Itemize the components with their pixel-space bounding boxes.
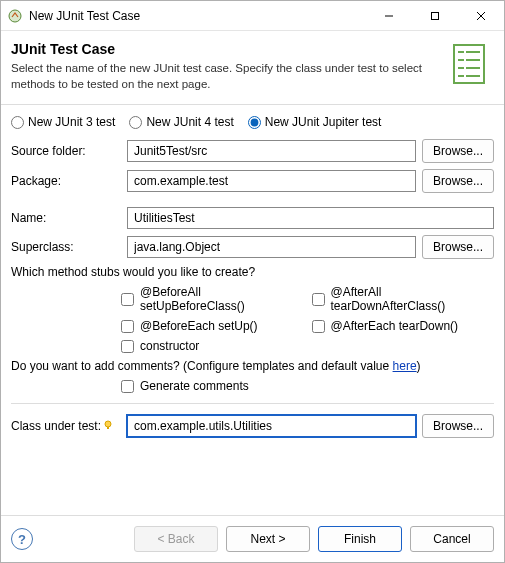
banner-heading: JUnit Test Case [11, 41, 442, 57]
label-superclass: Superclass: [11, 240, 121, 254]
close-button[interactable] [458, 1, 504, 31]
lightbulb-icon [103, 419, 113, 433]
wizard-icon [448, 41, 494, 87]
radio-junit3-input[interactable] [11, 116, 24, 129]
browse-class-under-test-button[interactable]: Browse... [422, 414, 494, 438]
label-class-under-test: Class under test: [11, 419, 121, 433]
chk-generate-comments[interactable]: Generate comments [121, 379, 494, 393]
help-button[interactable]: ? [11, 528, 33, 550]
chk-constructor[interactable]: constructor [121, 339, 494, 353]
svg-point-14 [105, 421, 111, 427]
radio-jupiter[interactable]: New JUnit Jupiter test [248, 115, 382, 129]
label-name: Name: [11, 211, 121, 225]
source-folder-input[interactable] [127, 140, 416, 162]
radio-junit4-input[interactable] [129, 116, 142, 129]
svg-rect-6 [458, 51, 464, 53]
label-package: Package: [11, 174, 121, 188]
radio-junit4[interactable]: New JUnit 4 test [129, 115, 233, 129]
finish-button[interactable]: Finish [318, 526, 402, 552]
button-bar: ? < Back Next > Finish Cancel [1, 515, 504, 562]
svg-rect-10 [458, 67, 464, 69]
radio-junit3[interactable]: New JUnit 3 test [11, 115, 115, 129]
maximize-button[interactable] [412, 1, 458, 31]
chk-before-each[interactable]: @BeforeEach setUp() [121, 319, 294, 333]
svg-rect-8 [458, 59, 464, 61]
svg-point-0 [9, 10, 21, 22]
content: New JUnit 3 test New JUnit 4 test New JU… [1, 105, 504, 515]
svg-rect-2 [432, 12, 439, 19]
chk-after-all[interactable]: @AfterAll tearDownAfterClass() [312, 285, 494, 313]
radio-junit4-label: New JUnit 4 test [146, 115, 233, 129]
package-input[interactable] [127, 170, 416, 192]
chk-after-each[interactable]: @AfterEach tearDown() [312, 319, 494, 333]
svg-rect-12 [458, 75, 464, 77]
superclass-input[interactable] [127, 236, 416, 258]
stubs-question: Which method stubs would you like to cre… [11, 265, 494, 279]
class-under-test-input[interactable] [127, 415, 416, 437]
radio-jupiter-label: New JUnit Jupiter test [265, 115, 382, 129]
minimize-button[interactable] [366, 1, 412, 31]
svg-rect-15 [107, 427, 109, 429]
radio-jupiter-input[interactable] [248, 116, 261, 129]
browse-source-folder-button[interactable]: Browse... [422, 139, 494, 163]
app-icon [7, 8, 23, 24]
next-button[interactable]: Next > [226, 526, 310, 552]
browse-superclass-button[interactable]: Browse... [422, 235, 494, 259]
label-source-folder: Source folder: [11, 144, 121, 158]
separator [11, 403, 494, 404]
svg-rect-5 [454, 45, 484, 83]
back-button[interactable]: < Back [134, 526, 218, 552]
configure-templates-link[interactable]: here [393, 359, 417, 373]
chk-before-all[interactable]: @BeforeAll setUpBeforeClass() [121, 285, 294, 313]
browse-package-button[interactable]: Browse... [422, 169, 494, 193]
titlebar: New JUnit Test Case [1, 1, 504, 31]
cancel-button[interactable]: Cancel [410, 526, 494, 552]
banner: JUnit Test Case Select the name of the n… [1, 31, 504, 105]
banner-description: Select the name of the new JUnit test ca… [11, 61, 442, 92]
junit-version-group: New JUnit 3 test New JUnit 4 test New JU… [11, 115, 494, 129]
name-input[interactable] [127, 207, 494, 229]
dialog-window: New JUnit Test Case JUnit Test Case Sele… [0, 0, 505, 563]
stubs-grid: @BeforeAll setUpBeforeClass() @AfterAll … [121, 285, 494, 353]
radio-junit3-label: New JUnit 3 test [28, 115, 115, 129]
comments-question: Do you want to add comments? (Configure … [11, 359, 494, 373]
window-title: New JUnit Test Case [29, 9, 140, 23]
